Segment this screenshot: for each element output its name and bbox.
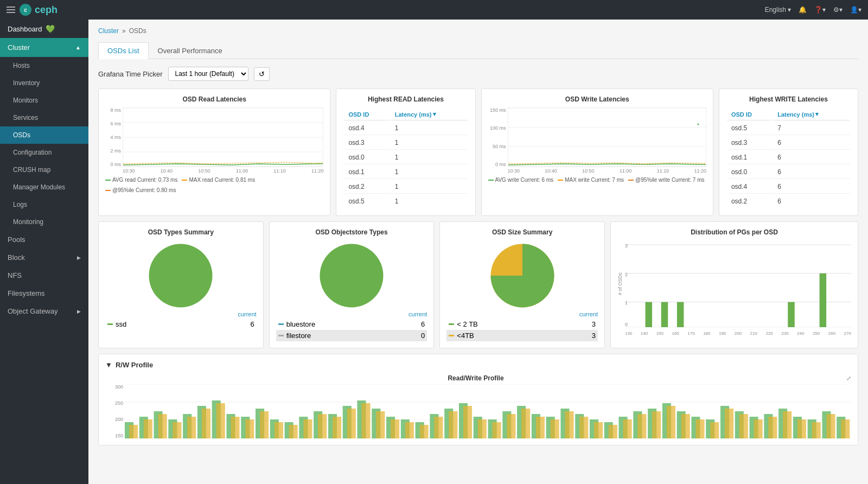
sidebar-item-manager-modules[interactable]: Manager Modules (0, 179, 88, 196)
lt2tb-count: 3 (592, 320, 596, 328)
sidebar-item-logs[interactable]: Logs (0, 196, 88, 213)
svg-rect-105 (434, 417, 443, 438)
sidebar-item-osds[interactable]: OSDs (0, 126, 88, 144)
sidebar-dashboard-label: Dashboard (8, 25, 42, 33)
sidebar-item-services[interactable]: Services (0, 109, 88, 126)
legend-max-write-label: MAX write Current: 7 ms (565, 177, 624, 183)
latency-cell: 1 (391, 180, 468, 194)
bluestore-legend-left: bluestore (278, 320, 315, 328)
pg-dist-svg: 3 2 1 0 (625, 240, 851, 327)
rw-svg-container (125, 384, 851, 438)
sidebar-item-block[interactable]: Block ▶ (0, 249, 88, 266)
y-250: 250 (105, 400, 123, 406)
sidebar-item-monitoring[interactable]: Monitoring (0, 213, 88, 231)
breadcrumb-cluster[interactable]: Cluster (98, 27, 119, 35)
svg-rect-117 (609, 425, 617, 438)
sidebar-item-pools[interactable]: Pools (0, 231, 88, 249)
osd-types-current-label: current (105, 311, 257, 317)
svg-rect-29 (820, 273, 827, 327)
svg-rect-101 (376, 411, 385, 438)
lt2tb-dot (449, 323, 454, 325)
table-row: osd.01 (344, 151, 467, 164)
legend-p95-write-label: @95%ile write Current: 7 ms (635, 177, 704, 183)
osd-write-latencies-card: OSD Write Latencies 150 ms 100 ms 50 ms … (481, 88, 713, 216)
bluestore-row: bluestore 6 (276, 319, 427, 330)
sidebar-item-hosts[interactable]: Hosts (0, 57, 88, 74)
legend-max-dot (182, 180, 187, 181)
sidebar-cluster-section[interactable]: Cluster ▲ (0, 38, 88, 57)
x-label-1110: 11:10 (273, 168, 286, 174)
lt4tb-count: 3 (592, 332, 596, 340)
lt4tb-legend-left: <4TB (449, 332, 474, 340)
svg-rect-102 (391, 419, 399, 438)
ceph-logo-icon: c (20, 4, 31, 16)
svg-rect-92 (245, 419, 254, 438)
x-140: 140 (641, 331, 648, 336)
x-label-1050: 10:50 (198, 168, 210, 174)
sidebar-item-monitors[interactable]: Monitors (0, 92, 88, 109)
svg-rect-90 (216, 403, 225, 438)
filestore-label: filestore (286, 332, 311, 340)
language-selector[interactable]: English ▾ (765, 6, 791, 14)
sidebar-item-nfs[interactable]: NFS (0, 266, 88, 284)
osd-types-title: OSD Types Summary (105, 228, 257, 236)
table-row: osd.57 (727, 122, 850, 135)
user-icon[interactable]: 👤▾ (850, 6, 861, 14)
svg-point-15 (320, 244, 383, 308)
filestore-dot (278, 335, 284, 336)
question-icon[interactable]: ❓▾ (814, 6, 826, 14)
osd-id-cell: osd.5 (344, 195, 389, 208)
highest-write-latencies-card: Highest WRITE Latencies OSD ID Latency (… (719, 88, 858, 216)
col-latency-write[interactable]: Latency (ms) ▾ (773, 109, 850, 120)
svg-rect-130 (797, 419, 806, 438)
tab-overall-performance[interactable]: Overall Performance (149, 42, 232, 59)
svg-text:0: 0 (625, 322, 628, 327)
tab-osds-list[interactable]: OSDs List (98, 42, 149, 59)
y-label-8ms: 8 ms (105, 107, 121, 113)
gear-icon[interactable]: ⚙▾ (833, 6, 843, 14)
lt4tb-row: <4TB 3 (446, 330, 598, 341)
cluster-section-label: Cluster (8, 43, 30, 52)
osd-size-pie: current < 2 TB 3 <4TB (446, 240, 598, 341)
latency-cell: 6 (773, 180, 850, 194)
sidebar-item-configuration[interactable]: Configuration (0, 144, 88, 161)
rw-chart-title: Read/Write Profile (105, 374, 846, 382)
time-range-select[interactable]: Last 1 hour (Default) Last 5 minutes Las… (168, 67, 248, 81)
latency-cell: 6 (773, 136, 850, 150)
x-180: 180 (703, 331, 710, 336)
heart-icon: 💚 (46, 24, 55, 33)
filestore-count: 0 (421, 332, 425, 340)
bell-icon[interactable]: 🔔 (799, 6, 807, 14)
svg-rect-120 (652, 411, 661, 438)
col-osd-id-write[interactable]: OSD ID (727, 109, 772, 120)
sort-icon2: ▾ (815, 111, 819, 118)
svg-rect-85 (144, 419, 152, 438)
table-row: osd.41 (344, 122, 467, 135)
fullscreen-icon[interactable]: ⤢ (846, 375, 851, 382)
sidebar-item-object-gateway[interactable]: Object Gateway ▶ (0, 302, 88, 320)
legend-avg-dot (105, 180, 111, 181)
sidebar-item-dashboard[interactable]: Dashboard 💚 (0, 20, 88, 38)
legend-avg-read: AVG read Current: 0.73 ms (105, 177, 177, 183)
sidebar-item-filesystems[interactable]: Filesystems (0, 284, 88, 302)
lt4tb-label: <4TB (457, 332, 474, 340)
hamburger-menu[interactable] (7, 7, 15, 13)
col-osd-id-read[interactable]: OSD ID (344, 109, 389, 120)
osd-size-card: OSD Size Summary current (439, 221, 605, 348)
col-latency-read[interactable]: Latency (ms) ▾ (391, 109, 468, 120)
svg-rect-125 (725, 409, 733, 438)
legend-p95-write: @95%ile write Current: 7 ms (628, 177, 704, 183)
filestore-row: filestore 0 (276, 330, 427, 341)
pg-bar-area: 3 2 1 0 (625, 240, 851, 327)
breadcrumb-current: OSDs (129, 27, 146, 35)
sidebar-item-inventory[interactable]: Inventory (0, 74, 88, 92)
latency-cell: 1 (391, 136, 468, 150)
sidebar-item-crush-map[interactable]: CRUSH map (0, 161, 88, 179)
svg-rect-127 (754, 419, 763, 438)
osd-id-cell: osd.2 (344, 180, 389, 194)
x-190: 190 (719, 331, 726, 336)
x-write-1040: 10:40 (545, 168, 557, 174)
rw-profile-header[interactable]: ▼ R/W Profile (105, 361, 851, 369)
refresh-button[interactable]: ↺ (254, 67, 270, 81)
osd-read-latencies-card: OSD Read Latencies 8 ms 6 ms 4 ms 2 ms 0… (98, 88, 330, 216)
